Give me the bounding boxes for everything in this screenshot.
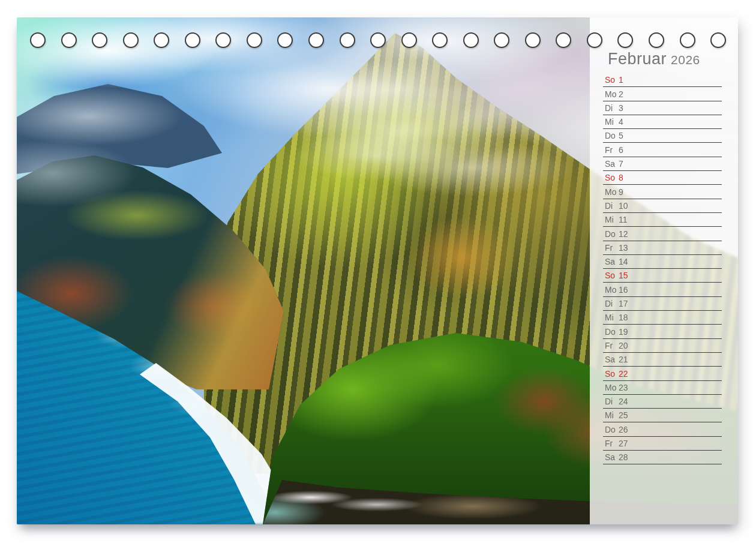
day-number: 7 bbox=[619, 160, 623, 169]
weekday-label: Fr bbox=[605, 439, 619, 448]
day-number: 21 bbox=[619, 355, 628, 364]
weekday-label: So bbox=[605, 173, 619, 182]
day-row: Do12 bbox=[603, 227, 722, 241]
binder-ring bbox=[463, 32, 479, 48]
day-row: Mi11 bbox=[603, 213, 722, 227]
weekday-label: Do bbox=[605, 230, 619, 239]
binder-ring bbox=[61, 32, 77, 48]
weekday-label: Fr bbox=[605, 146, 619, 155]
weekday-label: Sa bbox=[605, 355, 619, 364]
day-number: 8 bbox=[619, 173, 623, 182]
day-number: 12 bbox=[619, 230, 628, 239]
day-number: 9 bbox=[619, 188, 623, 197]
day-number: 16 bbox=[619, 286, 628, 295]
day-number: 5 bbox=[619, 131, 623, 140]
day-row: Mi18 bbox=[603, 311, 722, 325]
weekday-label: Do bbox=[605, 328, 619, 337]
binder-ring bbox=[401, 32, 417, 48]
day-row: Mi25 bbox=[603, 409, 722, 422]
year-label: 2026 bbox=[671, 53, 700, 67]
day-row: So1 bbox=[603, 73, 722, 87]
day-number: 22 bbox=[619, 370, 628, 379]
day-row: Sa28 bbox=[603, 451, 722, 464]
weekday-label: Di bbox=[605, 202, 619, 211]
day-number: 10 bbox=[619, 202, 628, 211]
day-row: Di10 bbox=[603, 199, 722, 213]
day-row: Fr6 bbox=[603, 143, 722, 157]
day-row: Sa14 bbox=[603, 255, 722, 269]
day-number: 3 bbox=[619, 104, 623, 113]
weekday-label: Di bbox=[605, 397, 619, 406]
weekday-label: Mo bbox=[605, 188, 619, 197]
day-number: 26 bbox=[619, 425, 628, 434]
binder-ring bbox=[92, 32, 107, 48]
weekday-label: Sa bbox=[605, 160, 619, 169]
calendar-page: Februar2026 So1Mo2Di3Mi4Do5Fr6Sa7So8Mo9D… bbox=[17, 17, 738, 524]
weekday-label: Sa bbox=[605, 453, 619, 462]
day-row: Do19 bbox=[603, 325, 722, 338]
binder-ring bbox=[432, 32, 448, 48]
day-row: Di24 bbox=[603, 395, 722, 409]
binder-ring bbox=[340, 32, 355, 48]
day-number: 27 bbox=[619, 439, 628, 448]
day-row: So8 bbox=[603, 171, 722, 185]
day-number: 11 bbox=[619, 215, 628, 224]
binder-ring bbox=[587, 32, 602, 48]
day-row: Do26 bbox=[603, 422, 722, 436]
binder-ring bbox=[649, 32, 664, 48]
binder-ring bbox=[680, 32, 695, 48]
day-row: Fr20 bbox=[603, 339, 722, 353]
binder-ring bbox=[370, 32, 386, 48]
weekday-label: Do bbox=[605, 131, 619, 140]
day-row: So22 bbox=[603, 367, 722, 380]
day-number: 6 bbox=[619, 146, 623, 155]
calendar-product-page: { "calendar": { "title": { "month": "Feb… bbox=[0, 0, 756, 543]
day-row: Do5 bbox=[603, 129, 722, 143]
day-number: 15 bbox=[619, 271, 628, 280]
day-number: 18 bbox=[619, 313, 628, 322]
day-number: 28 bbox=[619, 453, 628, 462]
day-number: 13 bbox=[619, 244, 628, 253]
weekday-label: So bbox=[605, 370, 619, 379]
weekday-label: Sa bbox=[605, 257, 619, 266]
day-number: 14 bbox=[619, 257, 628, 266]
weekday-label: Mi bbox=[605, 118, 619, 127]
day-number: 19 bbox=[619, 328, 628, 337]
binder-ring bbox=[123, 32, 139, 48]
day-row: Sa7 bbox=[603, 157, 722, 171]
day-row: Fr13 bbox=[603, 241, 722, 255]
weekday-label: Mi bbox=[605, 313, 619, 322]
weekday-label: Fr bbox=[605, 341, 619, 350]
day-row: Mo2 bbox=[603, 87, 722, 101]
weekday-label: Mi bbox=[605, 411, 619, 420]
binder-ring bbox=[30, 32, 46, 48]
weekday-label: Mo bbox=[605, 286, 619, 295]
binder-ring bbox=[710, 32, 726, 48]
day-number: 23 bbox=[619, 383, 628, 392]
weekday-label: Mo bbox=[605, 90, 619, 99]
day-row: Di3 bbox=[603, 101, 722, 115]
day-row: Mi4 bbox=[603, 115, 722, 129]
calendar-title: Februar2026 bbox=[608, 51, 700, 67]
day-number: 2 bbox=[619, 90, 623, 99]
day-row: Mo9 bbox=[603, 185, 722, 199]
binder-ring bbox=[154, 32, 169, 48]
binder-ring bbox=[308, 32, 324, 48]
weekday-label: So bbox=[605, 271, 619, 280]
month-label: Februar bbox=[608, 50, 667, 68]
weekday-label: So bbox=[605, 76, 619, 85]
binder-ring bbox=[247, 32, 262, 48]
day-number: 20 bbox=[619, 341, 628, 350]
weekday-label: Mo bbox=[605, 383, 619, 392]
day-list: So1Mo2Di3Mi4Do5Fr6Sa7So8Mo9Di10Mi11Do12F… bbox=[603, 73, 722, 464]
weekday-label: Di bbox=[605, 104, 619, 113]
day-row: Di17 bbox=[603, 297, 722, 311]
day-row: Mo16 bbox=[603, 283, 722, 296]
binder-ring bbox=[185, 32, 200, 48]
weekday-label: Di bbox=[605, 299, 619, 308]
day-number: 25 bbox=[619, 411, 628, 420]
day-number: 1 bbox=[619, 76, 623, 85]
day-number: 4 bbox=[619, 118, 623, 127]
weekday-label: Do bbox=[605, 425, 619, 434]
day-row: Mo23 bbox=[603, 381, 722, 395]
